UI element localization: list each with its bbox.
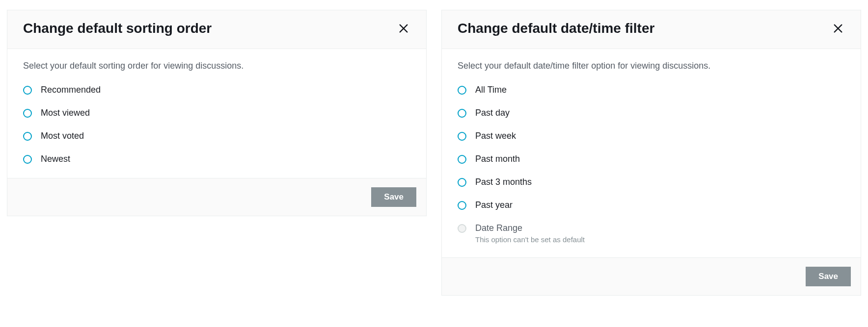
- radio-option-past-month[interactable]: Past month: [458, 154, 845, 164]
- modal-title: Change default date/time filter: [458, 20, 654, 37]
- datetime-radio-list: All Time Past day Past week Past month P…: [458, 85, 845, 244]
- radio-icon[interactable]: [458, 86, 466, 95]
- radio-icon: [458, 224, 466, 233]
- radio-label: Recommended: [41, 85, 101, 95]
- prompt-text: Select your default sorting order for vi…: [23, 61, 410, 71]
- radio-option-newest[interactable]: Newest: [23, 154, 410, 164]
- prompt-text: Select your default date/time filter opt…: [458, 61, 845, 71]
- radio-label: Most viewed: [41, 108, 90, 118]
- sorting-radio-list: Recommended Most viewed Most voted Newes…: [23, 85, 410, 164]
- radio-icon[interactable]: [458, 178, 466, 187]
- radio-option-past-week[interactable]: Past week: [458, 131, 845, 141]
- radio-option-past-day[interactable]: Past day: [458, 108, 845, 118]
- radio-label: All Time: [475, 85, 507, 95]
- radio-option-most-viewed[interactable]: Most viewed: [23, 108, 410, 118]
- sorting-order-modal: Change default sorting order Select your…: [7, 10, 427, 216]
- save-button[interactable]: Save: [806, 267, 851, 286]
- radio-option-past-year[interactable]: Past year: [458, 200, 845, 210]
- radio-option-date-range: Date Range This option can't be set as d…: [458, 223, 845, 244]
- modal-footer: Save: [7, 178, 426, 216]
- radio-label: Past month: [475, 154, 520, 164]
- modal-body: Select your default date/time filter opt…: [442, 49, 861, 257]
- radio-option-past-3-months[interactable]: Past 3 months: [458, 177, 845, 187]
- radio-subtext: This option can't be set as default: [475, 235, 585, 244]
- radio-label: Past week: [475, 131, 516, 141]
- radio-icon[interactable]: [23, 109, 32, 118]
- modal-header: Change default sorting order: [7, 10, 426, 49]
- radio-icon[interactable]: [458, 109, 466, 118]
- modal-title: Change default sorting order: [23, 20, 212, 37]
- save-button[interactable]: Save: [371, 187, 416, 207]
- modal-body: Select your default sorting order for vi…: [7, 49, 426, 178]
- radio-icon[interactable]: [23, 155, 32, 164]
- radio-label: Most voted: [41, 131, 84, 141]
- radio-label: Date Range: [475, 223, 585, 233]
- radio-icon[interactable]: [458, 132, 466, 141]
- radio-label: Past year: [475, 200, 513, 210]
- radio-icon[interactable]: [23, 86, 32, 95]
- radio-option-most-voted[interactable]: Most voted: [23, 131, 410, 141]
- datetime-filter-modal: Change default date/time filter Select y…: [441, 10, 861, 296]
- radio-icon[interactable]: [458, 155, 466, 164]
- radio-label-group: Date Range This option can't be set as d…: [475, 223, 585, 244]
- radio-option-recommended[interactable]: Recommended: [23, 85, 410, 95]
- radio-label: Past day: [475, 108, 510, 118]
- close-icon[interactable]: [397, 22, 410, 35]
- radio-icon[interactable]: [23, 132, 32, 141]
- radio-label: Newest: [41, 154, 70, 164]
- radio-option-all-time[interactable]: All Time: [458, 85, 845, 95]
- modal-header: Change default date/time filter: [442, 10, 861, 49]
- radio-icon[interactable]: [458, 201, 466, 210]
- close-icon[interactable]: [831, 22, 845, 35]
- radio-label: Past 3 months: [475, 177, 532, 187]
- modal-footer: Save: [442, 257, 861, 295]
